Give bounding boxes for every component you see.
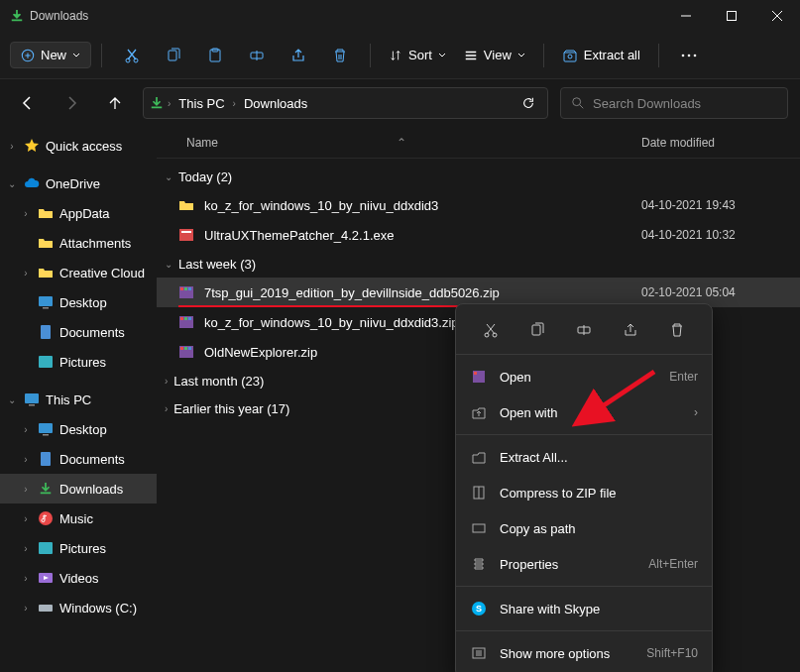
sidebar-item-attachments[interactable]: Attachments [0,228,157,258]
folder-icon [178,197,194,213]
ctx-label: Share with Skype [500,602,698,616]
sidebar-item-music[interactable]: ›Music [0,504,157,533]
svg-rect-19 [39,423,53,433]
sidebar-item-pictures[interactable]: ›Pictures [0,533,157,563]
open-icon [470,368,488,386]
svg-rect-29 [180,287,183,290]
new-label: New [41,48,66,62]
sidebar: ›Quick access ⌄OneDrive ›AppData Attachm… [0,127,157,672]
paste-button[interactable] [195,38,235,73]
chevron-down-icon [517,52,525,59]
svg-rect-37 [180,347,183,350]
svg-rect-18 [29,404,35,406]
sidebar-item-windowsc[interactable]: ›Windows (C:) [0,593,157,622]
ctx-key: Shift+F10 [646,646,698,660]
sidebar-item-creative[interactable]: ›Creative Cloud [0,258,157,287]
rename-button[interactable] [237,38,277,73]
file-name: 7tsp_gui_2019_edition_by_devillnside_ddb… [204,285,641,300]
copy-button[interactable] [154,38,193,73]
share-button[interactable] [279,38,318,73]
ctx-rename-button[interactable] [566,316,602,344]
documents-icon [38,324,54,340]
ctx-share-button[interactable] [613,316,648,344]
sidebar-item-quickaccess[interactable]: ›Quick access [0,131,157,161]
ctx-key: Alt+Enter [648,557,698,571]
videos-icon [38,570,54,586]
column-date[interactable]: Date modified [641,136,800,150]
column-name[interactable]: Name⌃ [157,136,641,150]
svg-rect-20 [43,434,49,436]
minimize-button[interactable] [663,0,709,32]
chevron-down-icon: ⌄ [165,259,172,270]
file-row[interactable]: ko_z_for_windows_10_by_niivu_ddxdid304-1… [157,190,800,220]
ctx-extract-all[interactable]: Extract All... [456,439,712,475]
sidebar-item-downloads[interactable]: ›Downloads [0,474,157,504]
documents-icon [38,451,54,467]
sidebar-item-appdata[interactable]: ›AppData [0,198,157,228]
svg-rect-38 [184,347,187,350]
group-today[interactable]: ⌄Today (2) [157,163,800,190]
ctx-copypath[interactable]: Copy as path [456,510,712,546]
sidebar-item-label: Desktop [59,422,107,437]
toolbar: New Sort View Extract all [0,32,800,79]
forward-button[interactable] [56,87,87,119]
sidebar-item-desktop[interactable]: ›Desktop [0,414,157,444]
svg-point-9 [682,54,685,56]
svg-rect-30 [184,287,187,290]
svg-rect-39 [188,347,191,350]
new-button[interactable]: New [10,42,91,68]
crumb-downloads[interactable]: Downloads [240,96,311,111]
sidebar-item-label: Videos [59,571,99,586]
copypath-icon [470,519,488,537]
ctx-properties[interactable]: PropertiesAlt+Enter [456,546,712,582]
file-row[interactable]: UltraUXThemePatcher_4.2.1.exe04-10-2021 … [157,220,800,250]
chevron-right-icon: › [168,98,171,109]
ctx-open[interactable]: OpenEnter [456,359,712,394]
sidebar-item-label: AppData [59,206,110,221]
svg-text:S: S [476,604,482,614]
sidebar-item-label: Quick access [46,139,122,154]
close-button[interactable] [754,0,800,32]
sidebar-item-documents[interactable]: ›Documents [0,444,157,474]
svg-rect-45 [474,372,477,375]
ctx-openwith[interactable]: Open with› [456,394,712,430]
window-title: Downloads [30,9,88,23]
extract-all-button[interactable]: Extract all [554,43,648,68]
file-date: 02-10-2021 05:04 [641,285,800,299]
sidebar-item-thispc[interactable]: ⌄This PC [0,385,157,414]
sort-button[interactable]: Sort [381,43,454,67]
maximize-button[interactable] [709,0,754,32]
back-button[interactable] [12,87,44,119]
crumb-thispc[interactable]: This PC [174,96,228,111]
ctx-label: Open [500,370,657,385]
svg-point-11 [694,54,697,56]
view-button[interactable]: View [456,43,533,67]
refresh-button[interactable] [517,96,539,110]
group-lastweek[interactable]: ⌄Last week (3) [157,250,800,278]
ctx-copy-button[interactable] [519,316,555,344]
ctx-showmore[interactable]: Show more optionsShift+F10 [456,635,712,671]
more-icon [470,644,488,662]
ctx-cut-button[interactable] [473,316,509,344]
ctx-compress[interactable]: Compress to ZIP file [456,475,712,510]
cut-button[interactable] [112,38,152,73]
ctx-label: Show more options [500,646,634,661]
chevron-right-icon: › [6,141,18,152]
sidebar-item-videos[interactable]: ›Videos [0,563,157,593]
ctx-skype[interactable]: SShare with Skype [456,591,712,626]
svg-rect-16 [39,356,53,368]
chevron-down-icon [72,52,80,59]
delete-button[interactable] [320,38,360,73]
chevron-right-icon: › [165,376,168,387]
sidebar-item-documents-od[interactable]: Documents [0,317,157,347]
sidebar-item-onedrive[interactable]: ⌄OneDrive [0,168,157,198]
folder-icon [38,235,54,251]
search-input[interactable]: Search Downloads [560,87,788,119]
openwith-icon [470,403,488,421]
ctx-delete-button[interactable] [659,316,695,344]
up-button[interactable] [99,87,131,119]
more-button[interactable] [669,38,709,73]
sidebar-item-desktop-od[interactable]: Desktop [0,287,157,317]
sidebar-item-pictures-od[interactable]: Pictures [0,347,157,377]
path-bar[interactable]: › This PC › Downloads [143,87,548,119]
